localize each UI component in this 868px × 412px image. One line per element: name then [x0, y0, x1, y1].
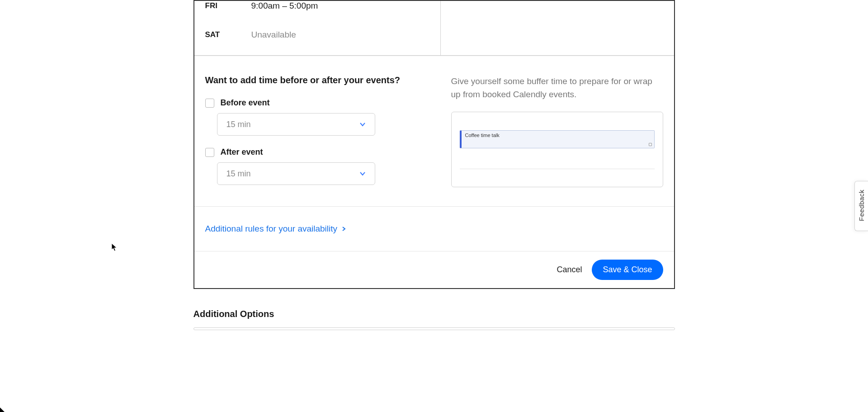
availability-right-pane	[441, 1, 674, 56]
after-event-select[interactable]: 15 min	[217, 162, 375, 185]
additional-options-panel[interactable]	[193, 327, 675, 330]
action-footer: Cancel Save & Close	[194, 251, 674, 288]
before-event-select-wrapper: 15 min	[217, 113, 440, 136]
before-event-label: Before event	[221, 98, 270, 108]
buffer-help-text: Give yourself some buffer time to prepar…	[451, 75, 663, 101]
before-event-row: Before event	[205, 98, 440, 108]
buffer-controls: Want to add time before or after your ev…	[194, 75, 451, 187]
feedback-label: Feedback	[858, 189, 865, 221]
buffer-preview-panel: Give yourself some buffer time to prepar…	[451, 75, 674, 187]
additional-rules-section: Additional rules for your availability	[194, 207, 674, 251]
after-event-checkbox[interactable]	[205, 148, 214, 157]
buffer-heading: Want to add time before or after your ev…	[205, 75, 440, 85]
additional-rules-label: Additional rules for your availability	[205, 224, 338, 234]
after-event-value: 15 min	[226, 169, 251, 179]
main-settings-panel: FRI 9:00am – 5:00pm SAT Unavailable Want…	[193, 0, 675, 289]
before-event-checkbox[interactable]	[205, 99, 214, 108]
save-close-button[interactable]: Save & Close	[592, 260, 663, 280]
additional-options-heading: Additional Options	[193, 309, 675, 319]
cancel-button[interactable]: Cancel	[557, 265, 582, 275]
preview-event-title: Coffee time talk	[465, 133, 500, 138]
mouse-cursor-icon	[111, 243, 118, 252]
after-event-row: After event	[205, 147, 440, 157]
preview-divider	[460, 169, 655, 169]
hours-row-fri[interactable]: FRI 9:00am – 5:00pm	[194, 1, 440, 17]
hours-row-sat[interactable]: SAT Unavailable	[194, 17, 440, 46]
day-label: FRI	[205, 1, 251, 10]
chevron-right-icon	[342, 227, 346, 231]
day-label: SAT	[205, 30, 251, 39]
chevron-down-icon	[359, 121, 366, 128]
additional-rules-link[interactable]: Additional rules for your availability	[205, 224, 347, 234]
buffer-preview-card: Coffee time talk	[451, 112, 663, 187]
feedback-tab[interactable]: Feedback	[854, 181, 868, 232]
before-event-select[interactable]: 15 min	[217, 113, 375, 136]
availability-hours-section: FRI 9:00am – 5:00pm SAT Unavailable	[194, 1, 674, 56]
buffer-time-section: Want to add time before or after your ev…	[194, 56, 674, 207]
page-wrapper: FRI 9:00am – 5:00pm SAT Unavailable Want…	[0, 0, 868, 412]
availability-hours-list: FRI 9:00am – 5:00pm SAT Unavailable	[194, 1, 441, 56]
hours-value: Unavailable	[251, 30, 296, 40]
bottom-corner-edge	[0, 407, 5, 412]
after-event-select-wrapper: 15 min	[217, 162, 440, 185]
resize-handle-icon	[649, 143, 652, 146]
before-event-value: 15 min	[226, 120, 251, 129]
preview-event-block: Coffee time talk	[460, 130, 655, 148]
after-event-label: After event	[221, 147, 263, 157]
chevron-down-icon	[359, 170, 366, 177]
hours-value: 9:00am – 5:00pm	[251, 1, 318, 11]
